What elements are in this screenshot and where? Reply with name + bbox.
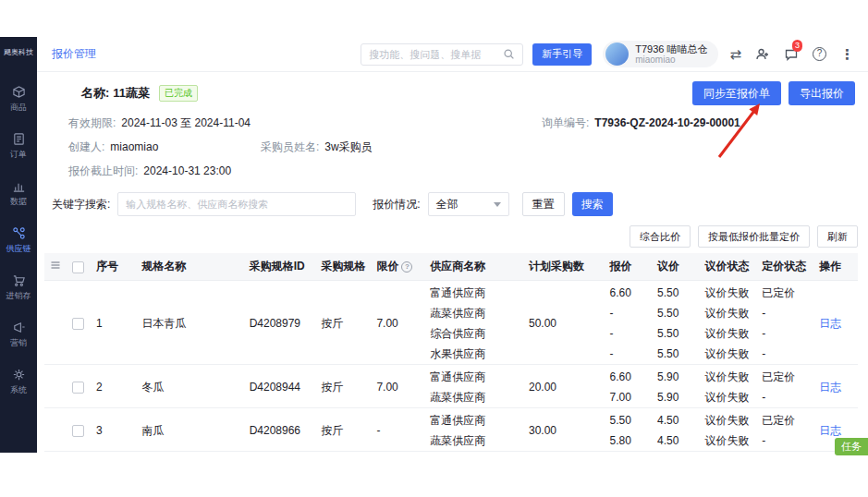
cell-purchase-spec: 按斤	[315, 281, 371, 365]
app-window: 飓奥科技 商品 订单 数据 供应链	[0, 37, 868, 453]
cell-price-status: -	[756, 303, 813, 323]
header-limit-price: 限价?	[371, 253, 424, 281]
cell-price-status: -	[756, 430, 813, 452]
quote-status-select[interactable]: 全部	[428, 192, 509, 216]
cell-supplier: 蔬菜供应商	[424, 387, 523, 408]
header-quote: 报价	[604, 253, 651, 281]
batch-lowest-price-button[interactable]: 按最低报价批量定价	[698, 225, 810, 248]
compare-prices-button[interactable]: 综合比价	[630, 225, 691, 248]
cell-price-status: 已定价	[756, 408, 813, 431]
cell-plan-qty: 20.00	[523, 365, 604, 408]
app-logo: 飓奥科技	[4, 48, 33, 57]
order-number-field: 询单编号: T7936-QZ-2024-10-29-00001	[542, 115, 740, 131]
cell-bargain-status: 议价失败	[699, 303, 756, 323]
deadline-field: 报价截止时间: 2024-10-31 23:00	[68, 163, 231, 179]
header-plan-qty: 计划采购数	[523, 253, 604, 281]
global-search	[361, 43, 523, 66]
cell-seq: 2	[91, 365, 137, 408]
messages-icon[interactable]: 3	[784, 47, 799, 62]
header-supplier: 供应商名称	[424, 253, 523, 281]
cell-quote: 6.60	[604, 365, 651, 388]
keyword-label: 关键字搜索:	[52, 197, 110, 212]
sidebar-item-orders[interactable]: 订单	[6, 132, 31, 161]
expand-all-icon[interactable]	[50, 261, 61, 273]
cell-bargain: 5.50	[652, 281, 699, 304]
cell-spec-name: 冬瓜	[137, 365, 244, 408]
header-purchase-spec: 采购规格	[315, 253, 371, 281]
refresh-button[interactable]: 刷新	[817, 225, 858, 248]
user-account: miaomiao	[635, 55, 707, 66]
message-count-badge: 3	[792, 40, 802, 52]
system-icon	[12, 368, 26, 382]
sidebar-item-inventory[interactable]: 进销存	[6, 273, 31, 302]
sidebar-item-marketing[interactable]: 营销	[6, 321, 31, 349]
quotation-summary: 名称: 11蔬菜 已完成 同步至报价单 导出报价 有效期限: 2024-11-0…	[37, 72, 868, 187]
cell-seq: 3	[91, 408, 137, 452]
cell-purchase-spec: 按斤	[315, 365, 371, 408]
sidebar-item-supply-chain[interactable]: 供应链	[6, 226, 31, 255]
sidebar: 飓奥科技 商品 订单 数据 供应链	[0, 37, 37, 453]
cell-bargain-status: 议价失败	[699, 430, 756, 452]
limit-price-info-icon[interactable]: ?	[401, 261, 412, 273]
help-icon[interactable]: ?	[813, 47, 826, 61]
buyer-field: 采购员姓名: 3w采购员	[261, 139, 373, 155]
cell-bargain: 5.50	[652, 303, 699, 323]
summary-fields: 有效期限: 2024-11-03 至 2024-11-04 询单编号: T793…	[68, 115, 855, 179]
log-link[interactable]: 日志	[819, 317, 841, 330]
creator-field: 创建人: miaomiao	[68, 139, 261, 155]
cell-limit-price: -	[371, 408, 424, 452]
sidebar-item-goods[interactable]: 商品	[6, 85, 31, 114]
row-checkbox[interactable]	[72, 425, 84, 437]
select-all-checkbox[interactable]	[72, 261, 84, 273]
export-quote-button[interactable]: 导出报价	[789, 81, 855, 105]
cell-bargain: 5.90	[652, 387, 699, 408]
cell-supplier: 富通供应商	[424, 365, 523, 388]
user-menu[interactable]: T7936 喵喵总仓 miaomiao	[603, 41, 718, 67]
log-link[interactable]: 日志	[819, 381, 841, 394]
quote-status-label: 报价情况:	[373, 197, 420, 212]
cell-limit-price: 7.00	[371, 281, 424, 365]
cell-bargain-status: 议价失败	[699, 365, 756, 388]
cell-plan-qty: 50.00	[523, 281, 604, 365]
invite-user-icon[interactable]	[755, 47, 770, 62]
header-price-status: 定价状态	[756, 253, 813, 281]
guide-button[interactable]: 新手引导	[532, 43, 592, 66]
more-menu-icon[interactable]: ⋮	[840, 46, 855, 63]
cell-quote: 5.50	[604, 408, 651, 431]
log-link[interactable]: 日志	[819, 424, 841, 437]
cell-seq: 1	[91, 281, 137, 365]
avatar	[605, 42, 629, 66]
quote-status-value: 全部	[436, 197, 458, 212]
cell-supplier: 蔬菜供应商	[424, 303, 523, 323]
name-label: 名称:	[81, 85, 109, 102]
row-checkbox[interactable]	[72, 318, 84, 330]
cell-supplier: 富通供应商	[424, 281, 523, 304]
sync-to-quote-button[interactable]: 同步至报价单	[692, 81, 781, 105]
search-button[interactable]: 搜索	[572, 192, 613, 216]
cell-spec-name: 日本青瓜	[137, 281, 244, 365]
table-row: 1 日本青瓜 D4208979 按斤 7.00 富通供应商 50.00 6.60…	[44, 281, 858, 304]
cell-price-status: -	[756, 344, 813, 365]
summary-title-row: 名称: 11蔬菜 已完成 同步至报价单 导出报价	[68, 81, 855, 105]
filter-bar: 关键字搜索: 报价情况: 全部 重置 搜索	[37, 187, 868, 222]
header-bargain: 议价	[652, 253, 699, 281]
keyword-input[interactable]	[117, 192, 356, 216]
cell-bargain-status: 议价失败	[699, 408, 756, 431]
sidebar-item-system[interactable]: 系统	[6, 368, 31, 396]
row-checkbox[interactable]	[72, 382, 84, 394]
global-search-input[interactable]	[369, 49, 503, 60]
breadcrumb[interactable]: 报价管理	[52, 46, 96, 62]
user-name: T7936 喵喵总仓	[635, 43, 707, 55]
inventory-icon	[12, 273, 26, 287]
cell-supplier: 综合供应商	[424, 323, 523, 344]
table-action-bar: 综合比价 按最低报价批量定价 刷新	[37, 222, 868, 253]
search-icon[interactable]	[503, 48, 515, 60]
cell-bargain: 4.50	[652, 408, 699, 431]
sidebar-item-data[interactable]: 数据	[6, 179, 31, 208]
task-float-button[interactable]: 任务	[835, 438, 868, 455]
reset-button[interactable]: 重置	[522, 192, 565, 216]
orders-icon	[12, 132, 26, 146]
switch-account-icon[interactable]: ⇄	[729, 46, 741, 63]
cell-price-status: 已定价	[756, 281, 813, 304]
page-title: 11蔬菜	[113, 85, 150, 102]
